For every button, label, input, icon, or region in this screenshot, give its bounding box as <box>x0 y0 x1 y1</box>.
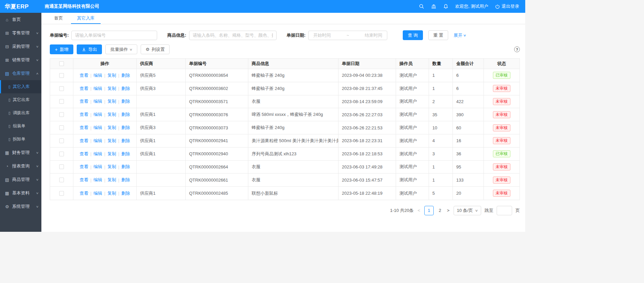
sidebar-item-home[interactable]: ⌂首页 <box>0 13 41 26</box>
view-link[interactable]: 查看 <box>79 151 88 157</box>
column-settings-button[interactable]: ⚙ 列设置 <box>141 44 170 54</box>
sidebar-subitem-assembly[interactable]: ▯组装单 <box>0 120 41 133</box>
date-range-input[interactable]: 开始时间 ~ 结束时间 <box>308 31 387 40</box>
view-link[interactable]: 查看 <box>79 190 88 196</box>
view-link[interactable]: 查看 <box>79 125 88 131</box>
link-separator: | <box>90 112 91 117</box>
copy-link[interactable]: 复制 <box>107 190 116 196</box>
sidebar-item-purchase[interactable]: ⊟采购管理∨ <box>0 40 41 53</box>
sidebar-item-report[interactable]: ◔报表查询∨ <box>0 159 41 173</box>
copy-link[interactable]: 复制 <box>107 151 116 157</box>
view-link[interactable]: 查看 <box>79 177 88 183</box>
operator-cell: 测试用户 <box>396 134 429 147</box>
expand-link[interactable]: 展开 ∨ <box>454 32 466 38</box>
view-link[interactable]: 查看 <box>79 164 88 170</box>
delete-link[interactable]: 删除 <box>121 164 130 170</box>
edit-link[interactable]: 编辑 <box>94 138 102 144</box>
bank-icon[interactable] <box>431 4 436 9</box>
copy-link[interactable]: 复制 <box>107 125 116 131</box>
edit-link[interactable]: 编辑 <box>94 86 102 92</box>
operator-cell: 测试用户 <box>396 121 429 134</box>
amount-cell: 95 <box>453 161 484 174</box>
row-checkbox[interactable] <box>59 152 64 156</box>
delete-link[interactable]: 删除 <box>121 86 130 92</box>
sidebar-item-basic[interactable]: ▩基本资料∨ <box>0 186 41 200</box>
sidebar-item-goods[interactable]: ▧商品管理∨ <box>0 173 41 186</box>
copy-link[interactable]: 复制 <box>107 164 116 170</box>
row-checkbox[interactable] <box>59 99 64 104</box>
delete-link[interactable]: 删除 <box>121 112 130 118</box>
product-info-input[interactable] <box>189 31 277 40</box>
edit-link[interactable]: 编辑 <box>94 164 102 170</box>
edit-link[interactable]: 编辑 <box>94 112 102 118</box>
date-cell: 2023-09-04 00:23:38 <box>338 69 396 82</box>
delete-link[interactable]: 删除 <box>121 138 130 144</box>
add-button[interactable]: + 新增 <box>50 44 73 54</box>
search-icon[interactable] <box>419 4 424 9</box>
jump-suffix: 页 <box>515 208 520 214</box>
sidebar-item-warehouse[interactable]: ▤仓库管理∧ <box>0 67 41 80</box>
copy-link[interactable]: 复制 <box>107 112 116 118</box>
row-checkbox[interactable] <box>59 86 64 91</box>
copy-link[interactable]: 复制 <box>107 86 116 92</box>
copy-link[interactable]: 复制 <box>107 72 116 78</box>
delete-link[interactable]: 删除 <box>121 125 130 131</box>
copy-link[interactable]: 复制 <box>107 138 116 144</box>
logout-button[interactable]: 退出登录 <box>495 3 519 9</box>
page-button-2[interactable]: 2 <box>437 208 443 213</box>
row-checkbox[interactable] <box>59 178 64 182</box>
sidebar-subitem-other-outbound[interactable]: ▯其它出库 <box>0 93 41 106</box>
sidebar-subitem-transfer-outbound[interactable]: ▯调拨出库 <box>0 106 41 120</box>
row-checkbox[interactable] <box>59 125 64 130</box>
view-link[interactable]: 查看 <box>79 72 88 78</box>
row-checkbox[interactable] <box>59 112 64 117</box>
view-link[interactable]: 查看 <box>79 98 88 104</box>
row-checkbox[interactable] <box>59 73 64 78</box>
view-link[interactable]: 查看 <box>79 86 88 92</box>
bell-icon[interactable] <box>443 4 449 9</box>
export-button[interactable]: 导出 <box>77 44 102 54</box>
select-all-checkbox[interactable] <box>59 61 64 66</box>
status-badge: 未审核 <box>493 190 510 197</box>
tab-home[interactable]: 首页 <box>48 13 69 24</box>
sidebar-item-finance[interactable]: ▦财务管理∨ <box>0 146 41 159</box>
next-page-button[interactable]: > <box>446 208 450 213</box>
copy-link[interactable]: 复制 <box>107 177 116 183</box>
help-icon[interactable]: ? <box>514 46 520 52</box>
copy-link[interactable]: 复制 <box>107 98 116 104</box>
edit-link[interactable]: 编辑 <box>94 98 102 104</box>
edit-link[interactable]: 编辑 <box>94 190 102 196</box>
edit-link[interactable]: 编辑 <box>94 125 102 131</box>
delete-link[interactable]: 删除 <box>121 151 130 157</box>
sidebar-item-retail[interactable]: ⊞零售管理∨ <box>0 26 41 40</box>
reset-button[interactable]: 重 置 <box>428 30 449 40</box>
bill-no-label: 单据编号: <box>50 32 69 38</box>
edit-link[interactable]: 编辑 <box>94 151 102 157</box>
search-button[interactable]: 查 询 <box>403 30 423 40</box>
batch-actions-button[interactable]: 批量操作 ∨ <box>105 44 137 54</box>
edit-link[interactable]: 编辑 <box>94 177 102 183</box>
view-link[interactable]: 查看 <box>79 112 88 118</box>
row-checkbox[interactable] <box>59 191 64 196</box>
delete-link[interactable]: 删除 <box>121 72 130 78</box>
edit-link[interactable]: 编辑 <box>94 72 102 78</box>
delete-link[interactable]: 删除 <box>121 98 130 104</box>
view-link[interactable]: 查看 <box>79 138 88 144</box>
jump-page-input[interactable] <box>497 206 512 215</box>
tab-other-inbound[interactable]: 其它入库 <box>71 13 101 24</box>
sidebar-item-sales[interactable]: ⊠销售管理∨ <box>0 53 41 67</box>
sidebar-subitem-disassembly[interactable]: ▯拆卸单 <box>0 133 41 146</box>
delete-link[interactable]: 删除 <box>121 190 130 196</box>
page-button-1[interactable]: 1 <box>424 206 434 215</box>
row-checkbox[interactable] <box>59 138 64 143</box>
sidebar-item-system[interactable]: ⚙系统管理∨ <box>0 200 41 213</box>
row-checkbox[interactable] <box>59 164 64 169</box>
link-separator: | <box>104 178 105 183</box>
bill-no-input[interactable] <box>71 31 157 40</box>
delete-link[interactable]: 删除 <box>121 177 130 183</box>
product-cell: 蜂蜜柚子茶 240g <box>248 121 338 134</box>
page-size-select[interactable]: 10 条/页 ∨ <box>454 206 481 215</box>
status-badge: 已审核 <box>493 72 510 79</box>
prev-page-button[interactable]: < <box>417 208 421 213</box>
sidebar-subitem-other-inbound[interactable]: ▯其它入库 <box>0 80 41 93</box>
